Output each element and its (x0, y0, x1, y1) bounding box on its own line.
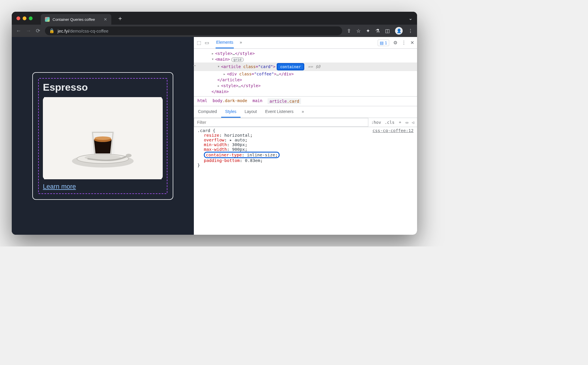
issues-badge[interactable]: ▤ 1 (378, 40, 389, 46)
toggle-sidebar-icon[interactable]: ◁ (412, 120, 414, 125)
espresso-illustration (43, 97, 163, 179)
css-declaration[interactable]: resize: horizontal; (197, 133, 414, 138)
css-declaration[interactable]: overflow: ▸ auto; (197, 138, 414, 142)
css-declaration[interactable]: max-width: 900px; (197, 147, 414, 152)
dom-node-style[interactable]: ▸<style>…</style> (194, 50, 417, 56)
content-area: Espresso (12, 37, 417, 235)
sidepanel-icon[interactable]: ◫ (385, 28, 390, 34)
page-viewport: Espresso (12, 37, 194, 235)
new-style-rule-icon[interactable]: ＋ (398, 120, 402, 125)
dom-node-main-close[interactable]: </main> (194, 89, 417, 94)
css-declaration[interactable]: min-width: 300px; (197, 142, 414, 147)
dom-tree[interactable]: ▸<style>…</style> ▾<main>grid ⋯ ▾<articl… (194, 49, 417, 96)
profile-avatar[interactable]: 👤 (395, 27, 403, 35)
css-selector[interactable]: .card (197, 128, 210, 133)
lock-icon: 🔒 (49, 28, 55, 33)
breadcrumb-body[interactable]: body.dark-mode (213, 98, 247, 104)
browser-menu-icon[interactable]: ⋮ (408, 28, 413, 34)
elements-tab[interactable]: Elements (216, 37, 234, 48)
traffic-lights (16, 16, 33, 20)
dom-node-div[interactable]: ▸<div class="coffee">…</div> (194, 71, 417, 77)
grid-badge[interactable]: grid (231, 58, 244, 62)
new-tab-button[interactable]: ＋ (117, 14, 123, 22)
event-listeners-tab[interactable]: Event Listeners (261, 106, 298, 118)
experiments-icon[interactable]: ⚗ (375, 28, 380, 34)
svg-point-6 (95, 136, 111, 140)
url-domain: jec.fyi (58, 28, 69, 33)
computed-tab[interactable]: Computed (194, 106, 221, 118)
dom-ellipsis-icon[interactable]: ⋯ (193, 63, 196, 68)
devtools-menu-icon[interactable]: ⋮ (401, 40, 406, 45)
inspect-icon[interactable]: ⬚ (197, 40, 201, 45)
breadcrumb-main[interactable]: main (253, 98, 263, 104)
back-button[interactable]: ← (16, 28, 21, 34)
hov-toggle[interactable]: :hov (371, 120, 381, 125)
bookmark-icon[interactable]: ☆ (356, 28, 361, 34)
more-tabs-button[interactable]: » (239, 37, 243, 48)
maximize-window-button[interactable] (29, 16, 33, 20)
dom-node-article-close[interactable]: </article> (194, 77, 417, 83)
css-source-link[interactable]: css-cq-coffee:12 (372, 128, 414, 133)
url-path: /demo/css-cq-coffee (69, 28, 108, 33)
styles-filter-row: :hov .cls ＋ ▭ ◁ (194, 118, 417, 127)
console-ref: == $0 (308, 64, 320, 69)
devtools-main-tabs: Elements » (216, 37, 243, 48)
container-badge[interactable]: container (277, 63, 304, 70)
reload-button[interactable]: ⟳ (36, 28, 40, 34)
card-title: Espresso (43, 82, 163, 93)
tab-title: Container Queries coffee (53, 17, 101, 22)
card-inner-overlay: Espresso (38, 78, 167, 194)
favicon (45, 17, 50, 22)
learn-more-link[interactable]: Learn more (43, 183, 76, 190)
share-icon[interactable]: ⇪ (347, 28, 351, 34)
computed-sidebar-icon[interactable]: ▭ (406, 120, 408, 125)
devtools-toolbar: ⬚ ▭ Elements » ▤ 1 ⚙ ⋮ ✕ (194, 37, 417, 49)
breadcrumb-article[interactable]: article.card (268, 98, 301, 104)
forward-button[interactable]: → (26, 28, 31, 34)
css-declaration[interactable]: container-type: inline-size; (197, 152, 414, 158)
styles-subtabs: Computed Styles Layout Event Listeners » (194, 106, 417, 118)
title-bar: Container Queries coffee ✕ ＋ ⌄ (12, 12, 417, 25)
cls-toggle[interactable]: .cls (384, 120, 394, 125)
extensions-icon[interactable]: ✦ (366, 28, 370, 34)
browser-window: Container Queries coffee ✕ ＋ ⌄ ← → ⟳ 🔒 j… (12, 12, 417, 235)
minimize-window-button[interactable] (23, 16, 26, 20)
css-declaration[interactable]: padding-bottom: 0.83em; (197, 158, 414, 163)
breadcrumb-html[interactable]: html (197, 98, 207, 104)
svg-point-7 (126, 154, 132, 157)
styles-rules[interactable]: .card { css-cq-coffee:12 resize: horizon… (194, 127, 417, 235)
device-toggle-icon[interactable]: ▭ (205, 40, 209, 45)
dom-node-main[interactable]: ▾<main>grid (194, 56, 417, 62)
styles-tab[interactable]: Styles (221, 106, 241, 118)
browser-toolbar: ⇪ ☆ ✦ ⚗ ◫ 👤 ⋮ (347, 27, 413, 35)
url-input[interactable]: 🔒 jec.fyi/demo/css-cq-coffee (45, 26, 342, 35)
layout-tab[interactable]: Layout (241, 106, 261, 118)
browser-tab[interactable]: Container Queries coffee ✕ (41, 14, 111, 25)
devtools-close-icon[interactable]: ✕ (410, 40, 414, 45)
dom-node-style-2[interactable]: ▸<style>…</style> (194, 83, 417, 89)
styles-more-tabs[interactable]: » (298, 106, 308, 118)
close-tab-button[interactable]: ✕ (104, 17, 107, 22)
dom-breadcrumb: html body.dark-mode main article.card (194, 96, 417, 106)
dom-node-article-selected[interactable]: ⋯ ▾<article class="card">container== $0 (194, 62, 417, 71)
styles-filter-input[interactable] (194, 118, 368, 127)
tab-overflow-button[interactable]: ⌄ (409, 16, 412, 21)
settings-icon[interactable]: ⚙ (393, 40, 397, 45)
close-window-button[interactable] (16, 16, 20, 20)
address-bar: ← → ⟳ 🔒 jec.fyi/demo/css-cq-coffee ⇪ ☆ ✦… (12, 25, 417, 37)
devtools-panel: ⬚ ▭ Elements » ▤ 1 ⚙ ⋮ ✕ ▸<style>…</styl… (194, 37, 417, 235)
card: Espresso (32, 72, 173, 200)
coffee-image (43, 97, 163, 179)
